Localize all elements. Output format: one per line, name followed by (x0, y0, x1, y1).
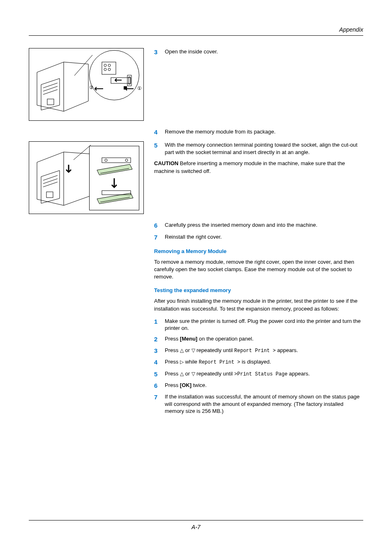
heading-testing: Testing the expanded memory (154, 287, 363, 293)
test-step-number-5: 5 (154, 370, 165, 378)
t4b: while (184, 359, 199, 365)
step-number-5: 5 (154, 141, 165, 150)
block-step6-7: 6 Carefully press the inserted memory do… (29, 221, 363, 418)
test-step-number-2: 2 (154, 335, 165, 343)
step-text-5: With the memory connection terminal poin… (165, 141, 363, 156)
caution-note: CAUTION Before inserting a memory module… (154, 160, 363, 175)
test-step-text-2: Press [Menu] on the operation panel. (165, 335, 363, 343)
latch-marker-icon (124, 86, 127, 90)
test-step-5: 5 Press △ or ▽ repeatedly until >Print S… (154, 370, 363, 378)
t6b: twice. (191, 382, 207, 388)
step5-text-col: 5 With the memory connection terminal po… (150, 141, 363, 180)
ok-key-label: [OK] (180, 382, 191, 388)
t3d: appears. (276, 347, 298, 353)
t5a: Press (165, 371, 180, 377)
para-testing-intro: After you finish installing the memory m… (154, 297, 363, 312)
test-step-number-6: 6 (154, 382, 165, 390)
test-step-number-1: 1 (154, 318, 165, 326)
header-section-title: Appendix (339, 26, 363, 33)
code-print-status: >Print Status Page (234, 371, 288, 377)
test-step-7: 7 If the installation was successful, th… (154, 393, 363, 415)
svg-point-8 (108, 68, 111, 71)
t2a: Press (165, 336, 180, 342)
test-step-number-4: 4 (154, 358, 165, 366)
svg-marker-18 (97, 164, 132, 175)
t5d: appears. (288, 371, 310, 377)
svg-rect-3 (47, 99, 54, 105)
svg-rect-15 (102, 158, 131, 163)
step-text-7: Reinstall the right cover. (165, 233, 363, 241)
t4a: Press (165, 359, 180, 365)
figure-insert-memory (29, 141, 144, 214)
svg-rect-14 (46, 192, 53, 198)
arrow-left-icon (93, 86, 104, 91)
svg-point-17 (125, 159, 128, 161)
test-step-6: 6 Press [OK] twice. (154, 382, 363, 390)
step-7: 7 Reinstall the right cover. (154, 233, 363, 242)
test-step-1: 1 Make sure the printer is turned off. P… (154, 318, 363, 332)
step3-text-col: 3 Open the inside cover. (150, 48, 363, 60)
arrow-down-icon (65, 164, 73, 175)
t3c: repeatedly until (195, 347, 234, 353)
step-5: 5 With the memory connection terminal po… (154, 141, 363, 156)
code-report-print: Report Print > (234, 348, 276, 354)
step-text-6: Carefully press the inserted memory down… (165, 221, 363, 229)
step-number-6: 6 (154, 221, 165, 230)
test-step-text-4: Press ▷ while Report Print > is displaye… (165, 358, 363, 366)
heading-removing: Removing a Memory Module (154, 248, 363, 254)
test-step-2: 2 Press [Menu] on the operation panel. (154, 335, 363, 343)
step-text-3: Open the inside cover. (165, 48, 363, 55)
svg-line-23 (74, 145, 91, 160)
svg-point-7 (104, 68, 106, 71)
block-step5: 5 With the memory connection terminal po… (29, 141, 363, 214)
leader-line-icon (74, 52, 99, 81)
test-step-text-6: Press [OK] twice. (165, 382, 363, 389)
svg-point-6 (108, 64, 111, 67)
block-step3: ① ② (29, 48, 363, 121)
code-report-print-2: Report Print > (199, 359, 240, 365)
figure-2-col (29, 141, 150, 214)
t2b: on the operation panel. (197, 336, 254, 342)
step-text-4: Remove the memory module from its packag… (165, 128, 363, 136)
test-step-number-7: 7 (154, 393, 165, 401)
page-number: A-7 (191, 524, 201, 530)
down-triangle-icon: ▽ (191, 348, 195, 353)
figure-open-cover: ① ② (29, 48, 144, 121)
t3b: or (184, 347, 191, 353)
memory-insert-icon (90, 146, 139, 210)
test-step-3: 3 Press △ or ▽ repeatedly until Report P… (154, 347, 363, 355)
t5b: or (184, 371, 191, 377)
para-removing: To remove a memory module, remove the ri… (154, 258, 363, 281)
callout-1: ① (137, 85, 142, 91)
right-triangle-icon: ▷ (180, 359, 184, 365)
content-area: ① ② (29, 48, 363, 420)
page-header: Appendix (29, 26, 363, 36)
test-step-4: 4 Press ▷ while Report Print > is displa… (154, 358, 363, 366)
t3a: Press (165, 347, 180, 353)
test-step-text-7: If the installation was successful, the … (165, 393, 363, 415)
step-6: 6 Carefully press the inserted memory do… (154, 221, 363, 230)
figure-1-col: ① ② (29, 48, 150, 121)
test-step-text-5: Press △ or ▽ repeatedly until >Print Sta… (165, 370, 363, 378)
svg-point-16 (105, 159, 107, 161)
down-triangle-icon-2: ▽ (191, 371, 195, 377)
t5c: repeatedly until (195, 371, 234, 377)
step-4: 4 Remove the memory module from its pack… (154, 128, 363, 136)
test-step-text-1: Make sure the printer is turned off. Plu… (165, 318, 363, 332)
figure-inset-box (89, 146, 139, 210)
block-step4: 4 Remove the memory module from its pack… (29, 128, 363, 140)
svg-line-10 (74, 55, 92, 76)
t4c: is displayed. (240, 359, 271, 365)
menu-key-label: [Menu] (180, 336, 198, 342)
caution-label: CAUTION (154, 160, 178, 166)
leader-line2-icon (74, 143, 94, 163)
step-number-4: 4 (154, 128, 165, 136)
step-3: 3 Open the inside cover. (154, 48, 363, 56)
up-triangle-icon-2: △ (180, 371, 184, 377)
test-step-number-3: 3 (154, 347, 165, 355)
svg-point-5 (104, 64, 106, 67)
step-number-3: 3 (154, 48, 165, 56)
t6a: Press (165, 382, 180, 388)
up-triangle-icon: △ (180, 348, 184, 353)
caution-text: Before inserting a memory module in the … (154, 160, 345, 174)
